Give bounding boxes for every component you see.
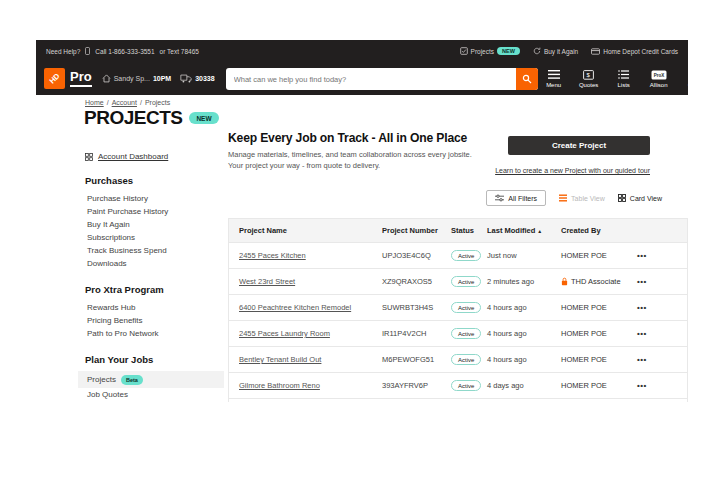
hero-title: Keep Every Job on Track - All in One Pla… [228,130,467,145]
refresh-icon [533,47,541,55]
last-modified: 4 days ago [487,381,561,390]
delivery-zip: 30338 [195,75,214,82]
lock-icon [561,277,568,286]
sidebar-section-heading-pro-xtra-program: Pro Xtra Program [78,270,224,301]
card-view-icon [618,194,626,202]
svg-text:ProX: ProX [653,73,664,78]
created-by: HOMER POE [561,303,637,312]
sidebar-item-label: Pricing Benefits [87,317,143,325]
sidebar-item-downloads[interactable]: Downloads [78,257,224,270]
sidebar-item-path-to-pro-network[interactable]: Path to Pro Network [78,327,224,340]
quotes-button[interactable]: $ Quotes [573,69,605,88]
project-name-link[interactable]: 2455 Paces Laundry Room [239,329,330,338]
delivery-zip-selector[interactable]: 30338 [180,74,214,83]
row-menu-button[interactable]: ••• [637,303,681,312]
table-row: Bentley Tenant Build Out M6PEWOFG51 Acti… [229,346,687,372]
projects-icon [460,47,468,55]
text-number[interactable]: or Text 78465 [160,48,199,55]
status-badge: Active [451,354,481,365]
project-name-link[interactable]: 6400 Peachtree Kitchen Remodel [239,303,351,312]
table-view-icon [559,194,567,202]
table-row: 6400 Peachtree Kitchen Remodel SUWRBT3H4… [229,294,687,320]
sidebar-item-buy-it-again[interactable]: Buy It Again [78,218,224,231]
sidebar-item-purchase-history[interactable]: Purchase History [78,192,224,205]
project-name-link[interactable]: Gilmore Bathroom Reno [239,381,320,390]
search-input[interactable] [226,68,538,90]
breadcrumb-current: Projects [145,99,170,106]
col-project-name[interactable]: Project Name [239,226,382,235]
main-header: HD Pro Sandy Sp... 10PM 30338 Menu $ Quo… [36,62,688,95]
utility-link-label: Home Depot Credit Cards [603,48,678,55]
row-menu-button[interactable]: ••• [637,355,681,364]
sidebar-item-projects[interactable]: ProjectsBeta [78,371,224,388]
row-menu-button[interactable]: ••• [637,381,681,390]
menu-button[interactable]: Menu [538,69,570,88]
search-button[interactable] [516,68,538,90]
filter-icon [495,194,504,202]
sidebar-item-label: Subscriptions [87,234,135,242]
credit-card-icon [591,48,600,55]
call-number[interactable]: Call 1-866-333-3551 [95,48,154,55]
status-badge: Active [451,302,481,313]
cart-button[interactable]: 10 Cart [678,69,688,88]
sidebar-item-job-quotes[interactable]: Job Quotes [78,388,224,401]
project-number: M6PEWOFG51 [382,355,451,364]
sidebar-item-paint-purchase-history[interactable]: Paint Purchase History [78,205,224,218]
project-number: SUWRBT3H4S [382,303,451,312]
col-status[interactable]: Status [451,226,487,235]
sidebar-section-heading-plan-your-jobs: Plan Your Jobs [78,340,224,371]
logo-mark: HD [40,64,70,94]
status-badge: Active [451,328,481,339]
store-selector[interactable]: Sandy Sp... 10PM [102,74,172,83]
menu-icon [548,70,560,79]
screenshot-canvas: Need Help? Call 1-866-333-3551 or Text 7… [0,0,723,499]
project-name-link[interactable]: Bentley Tenant Build Out [239,355,321,364]
sidebar-item-account-dashboard[interactable]: Account Dashboard [78,152,224,161]
guided-tour-link[interactable]: Learn to create a new Project with our g… [495,167,650,174]
lists-button[interactable]: Lists [608,69,640,88]
sidebar-item-subscriptions[interactable]: Subscriptions [78,231,224,244]
created-by: HOMER POE [561,355,637,364]
sidebar-item-label: Job Quotes [87,391,128,399]
account-button[interactable]: ProX Allison [643,69,675,88]
utility-link-projects[interactable]: Projects NEW [460,47,520,55]
project-name-link[interactable]: 2455 Paces Kitchen [239,251,306,260]
need-help-label: Need Help? [46,48,80,55]
create-project-button[interactable]: Create Project [508,136,650,155]
all-filters-button[interactable]: All Filters [486,190,546,206]
nav-label: Lists [617,82,629,88]
table-view-toggle[interactable]: Table View [559,194,605,202]
project-name-link[interactable]: West 23rd Street [239,277,295,286]
status-badge: Active [451,250,481,261]
utility-link-buy-it-again[interactable]: Buy it Again [533,47,578,55]
sidebar-item-po-job-names[interactable]: PO/Job Names [78,401,224,402]
page-new-badge: NEW [189,112,218,124]
table-row: 2455 Paces Laundry Room IR11P4V2CH Activ… [229,320,687,346]
sidebar-item-rewards-hub[interactable]: Rewards Hub [78,301,224,314]
project-number: XZ9QRAXOS5 [382,277,451,286]
pro-wordmark[interactable]: Pro [70,70,92,87]
card-view-toggle[interactable]: Card View [618,194,662,202]
col-last-modified[interactable]: Last Modified▲ [487,226,561,235]
utility-bar: Need Help? Call 1-866-333-3551 or Text 7… [36,40,688,62]
utility-link-credit-cards[interactable]: Home Depot Credit Cards [591,48,678,55]
help-contact: Need Help? Call 1-866-333-3551 or Text 7… [46,47,199,55]
row-menu-button[interactable]: ••• [637,251,681,260]
sidebar-section-heading-purchases: Purchases [78,161,224,192]
table-row: 2455 Paces Kitchen UPJO3E4C6Q Active Jus… [229,242,687,268]
col-project-number[interactable]: Project Number [382,226,451,235]
sidebar-item-track-business-spend[interactable]: Track Business Spend [78,244,224,257]
sidebar-item-pricing-benefits[interactable]: Pricing Benefits [78,314,224,327]
phone-icon [85,47,90,55]
created-by: HOMER POE [561,251,637,260]
home-depot-logo-icon[interactable]: HD [44,68,65,89]
store-name: Sandy Sp... [114,75,150,82]
breadcrumb-home[interactable]: Home [85,99,104,106]
col-created-by[interactable]: Created By [561,226,637,235]
row-menu-button[interactable]: ••• [637,329,681,338]
quotes-icon: $ [583,70,594,80]
table-toolbar: All Filters Table View Card View [486,190,662,206]
breadcrumb-account[interactable]: Account [112,99,137,106]
lists-icon [618,70,629,79]
row-menu-button[interactable]: ••• [637,277,681,286]
